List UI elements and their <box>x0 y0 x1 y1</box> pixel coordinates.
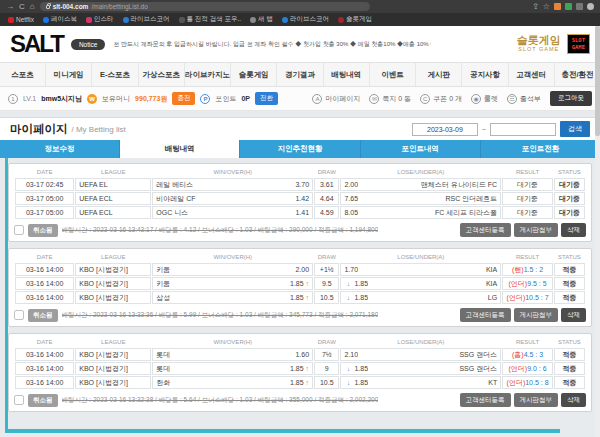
attendance-link[interactable]: ☰출석부 <box>507 94 541 104</box>
extension-icon[interactable] <box>554 3 561 10</box>
nav-item-event[interactable]: 이벤트 <box>370 63 416 86</box>
page-scrollbar[interactable] <box>595 26 600 437</box>
league: KBO [시범경기] <box>75 263 151 276</box>
slip-summary: 취소됨 배팅시간 : 2023-03-16 13:43:17 / 배당률 : 4… <box>14 223 586 237</box>
tab-point-convert[interactable]: 포인트전환 <box>481 140 600 158</box>
board-attach-button[interactable]: 게시판첨부 <box>514 308 559 322</box>
cs-register-button[interactable]: 고객센터등록 <box>460 223 511 237</box>
league: KBO [시범경기] <box>75 362 151 375</box>
nav-item-minigame[interactable]: 미니게임 <box>46 63 92 86</box>
result-cell: 대기중 <box>502 206 553 219</box>
odds-down-icon: ↓ <box>344 280 352 288</box>
mypage-tabs: 정보수정 배팅내역 지인추천현황 포인트내역 포인트전환 <box>0 140 600 158</box>
content-bottom-accent <box>5 429 560 433</box>
charge-button[interactable]: 충전 <box>172 92 195 105</box>
board-attach-button[interactable]: 게시판첨부 <box>514 223 559 237</box>
tab-betting-history[interactable]: 배팅내역 <box>120 140 240 158</box>
tab-point-history[interactable]: 포인트내역 <box>361 140 481 158</box>
odds-up-icon: ↑ <box>306 280 310 287</box>
bookmark-newtab[interactable]: 새 탭 <box>250 15 273 24</box>
livescore-favicon <box>123 17 129 23</box>
nav-item-sports[interactable]: 스포츠 <box>0 63 46 86</box>
site-header: SALT Notice 전 반드시 계좌문의 후 입금하시길 바랍니다. 입금 … <box>0 26 600 62</box>
bookmark-slotgame[interactable]: 슬롯게임 <box>338 15 372 24</box>
search-button[interactable]: 검색 <box>560 121 590 137</box>
share-icon[interactable]: ⇪ <box>532 3 539 11</box>
cancelled-badge: 취소됨 <box>28 224 58 237</box>
select-checkbox[interactable] <box>14 310 24 320</box>
bet-slip-card: DATELEAGUEWIN/OVER(H)DRAWLOSE/UNDER(A)RE… <box>8 163 592 242</box>
table-row: 03-17 05:00 UEFA ECL 비야레알 CF1.42 4.64 7.… <box>15 192 585 205</box>
slot-game-logo[interactable]: SLOTGAME <box>567 34 590 53</box>
status-badge: 적중 <box>554 348 585 361</box>
bookmark-instagram[interactable]: 인스타 <box>86 15 114 24</box>
notice-badge: Notice <box>71 39 105 50</box>
result-cell: 대기중 <box>502 178 553 191</box>
nav-item-board[interactable]: 게시판 <box>416 63 462 86</box>
bookmarks-bar: Netflix 페이스북 인스타 라이브스코어 룰 전적 검색 포우.. 새 탭… <box>0 13 600 26</box>
nav-item-results[interactable]: 경기결과 <box>277 63 323 86</box>
reload-icon[interactable]: C <box>19 3 25 11</box>
win-cell: 키움1.85 ↑ <box>152 277 313 290</box>
table-header-row: DATELEAGUEWIN/OVER(H)DRAWLOSE/UNDER(A)RE… <box>15 167 585 177</box>
lose-cell-selected: ↓1.85LG <box>340 291 501 304</box>
nav-item-virtual[interactable]: 가상스포츠 <box>139 63 185 86</box>
main-nav: 스포츠 미니게임 E-스포츠 가상스포츠 라이브카지노 슬롯게임 경기결과 배팅… <box>0 62 600 87</box>
board-attach-button[interactable]: 게시판첨부 <box>514 393 559 407</box>
bookmark-facebook[interactable]: 페이스북 <box>43 15 77 24</box>
bookmark-livescore[interactable]: 라이브스코어 <box>123 15 170 24</box>
nav-item-support[interactable]: 고객센터 <box>509 63 555 86</box>
select-checkbox[interactable] <box>14 395 24 405</box>
bookmark-star-icon[interactable]: ☆ <box>543 3 550 11</box>
site-logo[interactable]: SALT <box>10 30 63 58</box>
logout-button[interactable]: 로그아웃 <box>550 91 592 106</box>
table-row: 03-17 02:45 UEFA EL 레알 베티스3.70 3.61 2.00… <box>15 178 585 191</box>
convert-button[interactable]: 전환 <box>255 92 278 105</box>
scrollbar-thumb[interactable] <box>595 26 600 136</box>
cs-register-button[interactable]: 고객센터등록 <box>460 308 511 322</box>
nav-item-livecasino[interactable]: 라이브카지노 <box>185 63 231 86</box>
result-cell: (홈)4.5 : 3 <box>502 348 553 361</box>
roulette-link[interactable]: ◉룰렛 <box>471 94 498 104</box>
facebook-favicon <box>43 17 49 23</box>
messages-link[interactable]: ✉쪽지 0 통 <box>369 94 411 104</box>
nav-item-notice[interactable]: 공지사항 <box>462 63 508 86</box>
generic-favicon <box>179 17 185 23</box>
extension-icon[interactable] <box>565 3 572 10</box>
lose-cell-selected: 1.70KIA <box>340 263 501 276</box>
url-field[interactable]: slt-004.com /main/bettingList.do <box>40 2 370 11</box>
date-to-input[interactable] <box>490 123 556 136</box>
slip-summary-text: 배팅시간 : 2023-03-16 13:43:17 / 배당률 : 4.12 … <box>62 226 379 235</box>
slip-summary-text: 배팅시간 : 2023-03-16 13:32:38 / 배당률 : 5.64 … <box>62 396 379 405</box>
tab-referral-status[interactable]: 지인추천현황 <box>240 140 360 158</box>
nav-item-slot[interactable]: 슬롯게임 <box>231 63 277 86</box>
delete-button[interactable]: 삭제 <box>561 308 586 322</box>
tab-edit-info[interactable]: 정보수정 <box>0 140 120 158</box>
calendar-icon: ☰ <box>507 94 517 104</box>
content-left-accent <box>5 158 8 433</box>
extensions-puzzle-icon[interactable] <box>576 3 583 10</box>
bookmark-livescore-2[interactable]: 라이브스코어 <box>282 15 329 24</box>
lock-icon <box>46 5 50 9</box>
forward-icon[interactable]: → <box>6 3 14 11</box>
bookmark-netflix[interactable]: Netflix <box>8 16 34 23</box>
bookmark-search[interactable]: 룰 전적 검색 포우.. <box>179 15 242 24</box>
nav-item-esports[interactable]: E-스포츠 <box>92 63 138 86</box>
profile-avatar-icon[interactable] <box>587 3 594 10</box>
league: KBO [시범경기] <box>75 348 151 361</box>
delete-button[interactable]: 삭제 <box>561 393 586 407</box>
delete-button[interactable]: 삭제 <box>561 223 586 237</box>
slot-game-banner[interactable]: 슬롯게임SLOT GAME <box>517 35 561 52</box>
user-level: LV.1 <box>23 95 36 102</box>
date-from-input[interactable]: 2023-03-09 <box>412 123 478 136</box>
coupons-link[interactable]: C쿠폰 0 개 <box>420 94 462 104</box>
mypage-link[interactable]: A마이페이지 <box>312 94 360 104</box>
bet-slip-card: DATELEAGUEWIN/OVER(H)DRAWLOSE/UNDER(A)RE… <box>8 333 592 412</box>
nav-item-betting-history[interactable]: 배팅내역 <box>324 63 370 86</box>
home-icon[interactable]: ⌂ <box>30 3 35 11</box>
draw-cell: 4.64 <box>314 192 339 205</box>
cs-register-button[interactable]: 고객센터등록 <box>460 393 511 407</box>
select-checkbox[interactable] <box>14 225 24 235</box>
nav-item-deposit[interactable]: 충전/환전 <box>555 63 600 86</box>
odds-down-icon: ↓ <box>344 294 352 302</box>
